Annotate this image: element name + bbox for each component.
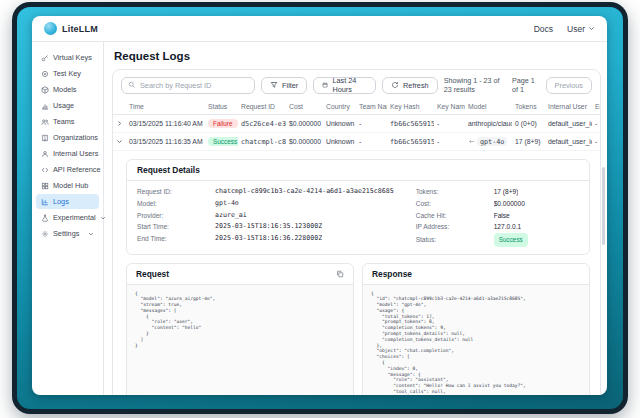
scrollbar-thumb[interactable] — [602, 167, 605, 245]
sidebar-item-internal-users[interactable]: Internal Users — [36, 146, 99, 161]
col-country: Country — [323, 99, 356, 115]
bar-chart-icon — [41, 102, 49, 110]
detail-label: Model: — [137, 198, 215, 210]
search-box[interactable] — [121, 77, 255, 94]
refresh-icon — [391, 81, 399, 89]
sidebar-label: Models — [53, 85, 77, 94]
logs-chart-icon — [41, 198, 49, 206]
window-gradient-backdrop: LiteLLM Docs User Virtual Keys — [17, 7, 623, 409]
col-key-hash: Key Hash — [387, 99, 434, 115]
detail-value: 2025-03-15T18:16:36.228000Z — [215, 233, 322, 245]
col-end-user: End User — [592, 99, 601, 115]
sidebar-label: Virtual Keys — [53, 53, 92, 62]
sidebar-item-models[interactable]: Models — [36, 82, 99, 97]
cell-tokens: 17 (8+9) — [512, 133, 545, 151]
cell-cost: $0.000000 — [286, 115, 323, 133]
cell-key-name: - — [434, 115, 465, 133]
copy-button[interactable] — [336, 270, 344, 278]
col-internal-user: Internal User — [545, 99, 592, 115]
request-panel: Request { "model": "azure_ai/gpt-4o", "s… — [126, 263, 354, 395]
browser-window: LiteLLM Docs User Virtual Keys — [12, 2, 628, 414]
chevron-down-icon — [588, 25, 595, 32]
cell-country: Unknown — [323, 115, 356, 133]
logs-card: Filter Last 24 Hours Refresh — [112, 69, 601, 395]
detail-value: azure_ai — [215, 210, 247, 222]
sidebar-label: Logs — [53, 197, 69, 206]
status-badge: Success — [494, 233, 528, 246]
col-key-name: Key Name — [434, 99, 465, 115]
collapse-row-button[interactable] — [113, 133, 126, 151]
sidebar-item-settings[interactable]: Settings — [36, 226, 99, 241]
time-range-label: Last 24 Hours — [332, 76, 367, 94]
logs-table: Time Status Request ID Cost Country Team… — [113, 99, 601, 151]
model-chip: gpt-4o — [477, 137, 508, 146]
time-range-button[interactable]: Last 24 Hours — [313, 77, 376, 94]
col-cost: Cost — [286, 99, 323, 115]
sidebar: Virtual Keys Test Key Models Usage — [32, 42, 104, 395]
brand-name: LiteLLM — [62, 24, 98, 34]
copy-icon — [336, 270, 344, 278]
filter-label: Filter — [282, 81, 298, 90]
cell-time: 03/15/2025 11:16:40 AM — [126, 115, 205, 133]
filter-button[interactable]: Filter — [261, 77, 307, 94]
request-details-card: Request Details Request ID:chatcmpl-c899… — [126, 159, 590, 255]
calendar-icon — [322, 81, 328, 89]
table-row[interactable]: 03/15/2025 11:16:40 AM Failure d5c26ce4-… — [113, 115, 601, 133]
request-json-code: { "model": "azure_ai/gpt-4o", "stream": … — [135, 291, 345, 349]
sidebar-item-api-reference[interactable]: API Reference — [36, 162, 99, 177]
refresh-label: Refresh — [403, 81, 429, 90]
sidebar-label: Internal Users — [53, 149, 98, 158]
refresh-button[interactable]: Refresh — [382, 77, 438, 94]
expanded-row-details: Request Details Request ID:chatcmpl-c899… — [113, 151, 600, 395]
cell-country: Unknown — [323, 133, 356, 151]
col-time: Time — [126, 99, 205, 115]
docs-link[interactable]: Docs — [534, 24, 553, 34]
table-row[interactable]: 03/15/2025 11:16:35 AM Success chatcmpl-… — [113, 133, 601, 151]
col-model: Model — [465, 99, 512, 115]
cell-internal-user: default_user_id — [545, 115, 592, 133]
cell-key-hash: fb66c565915c6... — [387, 115, 434, 133]
sidebar-item-virtual-keys[interactable]: Virtual Keys — [36, 50, 99, 65]
sidebar-item-logs[interactable]: Logs — [36, 194, 99, 209]
filter-icon — [270, 81, 278, 89]
cell-cost: $0.000000 — [286, 133, 323, 151]
sidebar-item-teams[interactable]: Teams — [36, 114, 99, 129]
detail-value: 127.0.0.1 — [494, 221, 522, 233]
chevron-right-icon — [116, 120, 123, 127]
detail-label: Tokens: — [416, 186, 494, 198]
cell-end-user: - — [592, 133, 601, 151]
status-badge: Success — [208, 137, 238, 146]
user-icon — [41, 150, 49, 158]
logs-toolbar: Filter Last 24 Hours Refresh — [113, 70, 600, 99]
chevron-down-icon — [88, 231, 94, 237]
teams-icon — [41, 118, 49, 126]
previous-page-button[interactable]: Previous — [546, 77, 592, 94]
sidebar-item-model-hub[interactable]: Model Hub — [36, 178, 99, 193]
detail-label: Status: — [416, 234, 494, 246]
fallback-arrow-icon — [468, 138, 475, 145]
response-panel-title: Response — [372, 269, 412, 279]
detail-label: Cache Hit: — [416, 210, 494, 222]
user-menu[interactable]: User — [567, 24, 595, 34]
table-header-row: Time Status Request ID Cost Country Team… — [113, 99, 601, 115]
sidebar-item-test-key[interactable]: Test Key — [36, 66, 99, 81]
detail-value: $0.000000 — [494, 198, 525, 210]
cell-end-user: - — [592, 115, 601, 133]
search-input[interactable] — [140, 81, 248, 90]
expand-row-button[interactable] — [113, 115, 126, 133]
detail-label: End Time: — [137, 233, 215, 245]
key-icon — [41, 54, 49, 62]
cell-team-name: - — [356, 133, 387, 151]
cell-time: 03/15/2025 11:16:35 AM — [126, 133, 205, 151]
sidebar-item-experimental[interactable]: Experimental — [36, 210, 99, 225]
status-badge: Failure — [208, 119, 238, 128]
sidebar-item-usage[interactable]: Usage — [36, 98, 99, 113]
request-details-title: Request Details — [127, 160, 589, 181]
response-json-code: { "id": "chatcmpl-c899c1b3-ca2e-4214-a6d… — [371, 291, 581, 395]
request-json: { "model": "azure_ai/gpt-4o", "stream": … — [127, 285, 353, 395]
sidebar-item-organizations[interactable]: Organizations — [36, 130, 99, 145]
sidebar-label: Teams — [53, 117, 75, 126]
cell-internal-user: default_user_id — [545, 133, 592, 151]
cell-key-hash: fb66c565915c6... — [387, 133, 434, 151]
detail-label: IP Address: — [416, 221, 494, 233]
